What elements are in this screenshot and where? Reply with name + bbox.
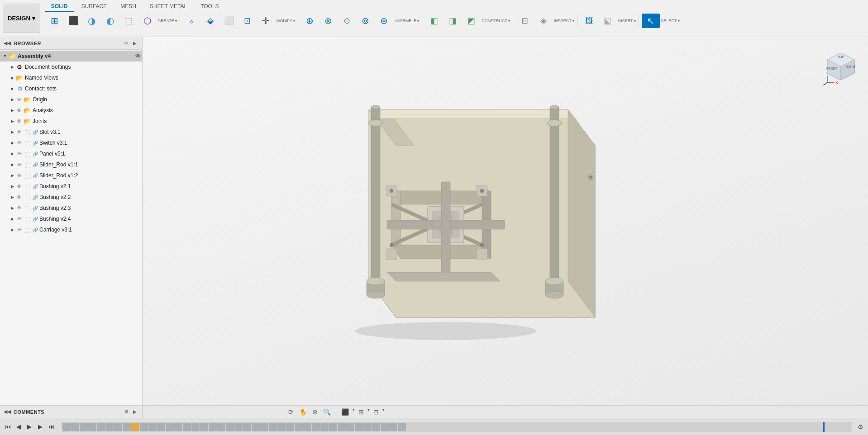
axis-cube[interactable]: TOP RIGHT FRONT X Z Y [823, 51, 859, 87]
timeline-item-10[interactable] [148, 423, 157, 431]
insert-group-label[interactable]: INSERT ▾ [618, 19, 636, 23]
modify-btn-1[interactable]: ⬦ [183, 15, 201, 27]
timeline-item-32[interactable] [338, 423, 346, 431]
create-btn-5[interactable]: ⬚ [120, 15, 138, 26]
tree-item-named-views[interactable]: ▶ 📂 Named Views [0, 72, 142, 83]
create-group-label[interactable]: CREATE ▾ [158, 19, 177, 23]
tab-surface[interactable]: SURFACE [75, 2, 114, 12]
tab-tools[interactable]: TOOLS [194, 2, 225, 12]
tree-expand-doc[interactable]: ▶ [9, 64, 15, 70]
slider1-visibility-icon[interactable]: 👁 [15, 161, 23, 168]
joints-visibility-icon[interactable]: 👁 [15, 118, 23, 125]
tree-item-slider-rod-1[interactable]: ▶ 👁 ⬚ 🔗 Slider_Rod v1:1 [0, 159, 142, 170]
timeline-item-15[interactable] [191, 423, 200, 431]
insert-btn-1[interactable]: 🖼 [580, 15, 598, 27]
timeline-item-18[interactable] [217, 423, 225, 431]
carriage-visibility-icon[interactable]: 👁 [15, 226, 23, 233]
modify-btn-4[interactable]: ⊡ [238, 14, 257, 27]
zoom-window-icon[interactable]: 🔍 [321, 407, 333, 416]
vp-caret-2[interactable]: ▾ [367, 407, 370, 416]
assemble-btn-5[interactable]: ⊛ [375, 14, 393, 28]
panel-visibility-icon[interactable]: 👁 [15, 150, 23, 157]
slider2-visibility-icon[interactable]: 👁 [15, 172, 23, 179]
timeline-item-38[interactable] [389, 423, 397, 431]
tree-expand-switch[interactable]: ▶ [9, 140, 15, 146]
tree-expand-bushing2[interactable]: ▶ [9, 194, 15, 200]
timeline-item-9[interactable] [140, 423, 148, 431]
bushing2-visibility-icon[interactable]: 👁 [15, 194, 23, 201]
timeline-item-14[interactable] [183, 423, 191, 431]
modify-btn-3[interactable]: ⬜ [220, 14, 238, 27]
timeline-item-24[interactable] [269, 423, 277, 431]
tree-item-bushing-1[interactable]: ▶ 👁 ⬚ 🔗 Bushing v2:1 [0, 181, 142, 192]
tree-item-switch[interactable]: ▶ 👁 ⬚ 🔗 Switch v3:1 [0, 137, 142, 148]
timeline-item-31[interactable] [329, 423, 337, 431]
construct-group-label[interactable]: CONSTRUCT ▾ [482, 19, 510, 23]
orbit-icon[interactable]: ⟳ [286, 407, 296, 416]
tree-expand-joints[interactable]: ▶ [9, 118, 15, 124]
tree-item-panel[interactable]: ▶ 👁 ⬚ 🔗 Panel v5:1 [0, 148, 142, 159]
timeline-item-11[interactable] [157, 423, 165, 431]
timeline-item-27[interactable] [295, 423, 303, 431]
display-mode-icon[interactable]: ⬛ [339, 407, 351, 416]
create-btn-6[interactable]: ⬡ [138, 15, 157, 27]
timeline-skip-end[interactable]: ⏭ [46, 422, 56, 432]
tree-expand-carriage[interactable]: ▶ [9, 227, 15, 233]
tab-solid[interactable]: SOLID [45, 2, 74, 12]
tab-mesh[interactable]: MESH [114, 2, 143, 12]
tree-expand-origin[interactable]: ▶ [9, 96, 15, 103]
comments-collapse-icon[interactable]: ◀◀ [4, 409, 11, 415]
origin-visibility-icon[interactable]: 👁 [15, 96, 23, 103]
timeline-item-17[interactable] [209, 423, 217, 431]
modify-group-label[interactable]: MODIFY ▾ [277, 19, 295, 23]
tree-item-slider-rod-2[interactable]: ▶ 👁 ⬚ 🔗 Slider_Rod v1:2 [0, 170, 142, 181]
analysis-visibility-icon[interactable]: 👁 [15, 107, 23, 114]
tree-expand-slider2[interactable]: ▶ [9, 172, 15, 179]
tree-item-analysis[interactable]: ▶ 👁 📂 Analysis [0, 105, 142, 116]
timeline-settings-icon[interactable]: ⚙ [855, 422, 865, 432]
browser-expand-icon[interactable]: ▶ [131, 40, 138, 47]
timeline-item-16[interactable] [200, 423, 208, 431]
vp-caret-1[interactable]: ▾ [353, 407, 355, 416]
zoom-fit-icon[interactable]: ⊕ [310, 407, 320, 416]
timeline-item-13[interactable] [174, 423, 182, 431]
tree-expand-slot[interactable]: ▶ [9, 129, 15, 135]
tree-item-bushing-2[interactable]: ▶ 👁 ⬚ 🔗 Bushing v2:2 [0, 192, 142, 203]
tree-expand-panel[interactable]: ▶ [9, 151, 15, 157]
timeline-item-2[interactable] [80, 423, 88, 431]
assemble-btn-3[interactable]: ⊙ [338, 14, 356, 27]
timeline-item-4[interactable] [97, 423, 105, 431]
timeline-item-39[interactable] [398, 423, 406, 431]
timeline-item-28[interactable] [303, 423, 311, 431]
inspect-btn-1[interactable]: ⊟ [516, 14, 534, 27]
switch-visibility-icon[interactable]: 👁 [15, 139, 23, 147]
create-btn-4[interactable]: ◐ [101, 15, 119, 27]
timeline-play[interactable]: ▶ [24, 422, 34, 432]
tree-expand-slider1[interactable]: ▶ [9, 161, 15, 168]
timeline-step-back[interactable]: ◀ [14, 422, 24, 432]
create-btn-2[interactable]: ⬛ [64, 15, 82, 26]
tree-item-origin[interactable]: ▶ 👁 📂 Origin [0, 94, 142, 105]
tree-expand-bushing3[interactable]: ▶ [9, 205, 15, 211]
timeline-item-26[interactable] [286, 423, 294, 431]
design-button[interactable]: DESIGN ▾ [3, 4, 40, 33]
tree-item-slot[interactable]: ▶ 👁 ⬚ 🔗 Slot v3:1 [0, 127, 142, 137]
timeline-track[interactable] [62, 422, 852, 432]
tree-item-bushing-4[interactable]: ▶ 👁 ⬚ 🔗 Bushing v2:4 [0, 213, 142, 224]
assembly-eye-icon[interactable]: 👁 [135, 53, 140, 59]
browser-collapse-icon[interactable]: ◀◀ [4, 40, 11, 46]
tree-expand-assembly[interactable]: ▼ [2, 53, 8, 59]
tree-item-contact-sets[interactable]: ▶ ⧉ Contact: sets [0, 83, 142, 94]
modify-btn-2[interactable]: ⬙ [201, 14, 219, 27]
timeline-step-forward[interactable]: ▶ [35, 422, 45, 432]
timeline-item-3[interactable] [88, 423, 96, 431]
tree-item-carriage[interactable]: ▶ 👁 ⬚ 🔗 Carriage v3:1 [0, 224, 142, 235]
timeline-cursor[interactable] [823, 422, 825, 432]
timeline-item-36[interactable] [372, 423, 380, 431]
bushing4-visibility-icon[interactable]: 👁 [15, 215, 23, 222]
modify-btn-5[interactable]: ✛ [257, 14, 275, 28]
timeline-skip-start[interactable]: ⏮ [3, 422, 13, 432]
timeline-item-21[interactable] [243, 423, 251, 431]
timeline-item-35[interactable] [363, 423, 372, 431]
create-btn-1[interactable]: ⊞ [46, 15, 64, 27]
